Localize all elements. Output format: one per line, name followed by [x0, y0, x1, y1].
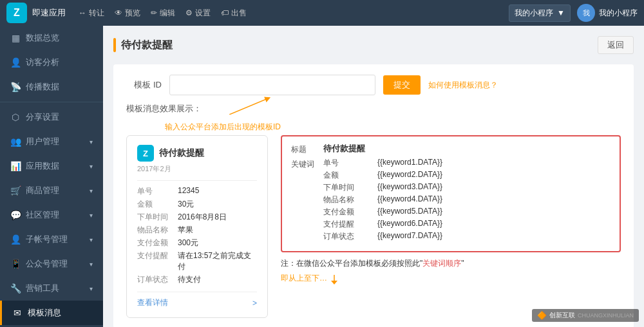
sidebar-item-label: 传播数据 — [26, 81, 59, 93]
template-note-area: 注：在微信公众平台添加模板必须按照此"关键词顺序" — [281, 257, 621, 269]
sidebar-item-community[interactable]: 💬 社区管理 ▾ — [0, 203, 103, 227]
card-val: 30元 — [178, 199, 194, 210]
action-preview[interactable]: 👁 预览 — [115, 8, 140, 19]
action-edit[interactable]: ✏ 编辑 — [151, 8, 175, 19]
template-panel: 标题 待付款提醒 关键词 单号 {{keyword1.DATA}} 金额 {{k… — [281, 135, 621, 285]
sidebar: ▦ 数据总览 👤 访客分析 📡 传播数据 ⬡ 分享设置 👥 用户管理 ▾ 📊 应… — [0, 26, 103, 327]
sidebar-item-label: 访客分析 — [26, 57, 59, 68]
marketing-icon: 🔧 — [10, 283, 21, 294]
phone-card-date: 2017年2月 — [137, 164, 257, 174]
help-link[interactable]: 如何使用模板消息？ — [428, 80, 498, 91]
form-row-template-id: 模板 ID 提交 如何使用模板消息？ — [126, 75, 621, 95]
preview-area: Z 待付款提醒 2017年2月 单号 12345 金额 30元 下单时间 — [126, 135, 621, 318]
miniprogram-dropdown[interactable]: 我的小程序 ▼ — [509, 5, 571, 22]
sidebar-item-public-acct[interactable]: 📱 公众号管理 ▾ — [0, 252, 103, 276]
annotation-template-id: 输入公众平台添加后出现的模板ID — [165, 122, 281, 131]
card-row-pay-amount: 支付金额 300元 — [137, 238, 257, 248]
kw-val-0: {{keyword1.DATA}} — [377, 158, 442, 169]
sidebar-item-broadcast[interactable]: 📡 传播数据 — [0, 75, 103, 99]
sidebar-item-label: 用户管理 — [26, 136, 59, 147]
card-key: 金额 — [137, 199, 173, 210]
action-transfer[interactable]: ↔ 转让 — [79, 8, 104, 19]
card-row-amount: 金额 30元 — [137, 199, 257, 210]
svg-marker-2 — [331, 281, 337, 285]
sidebar-item-label: 营销工具 — [26, 283, 59, 294]
card-row-order-status: 订单状态 待支付 — [137, 274, 257, 285]
template-box: 标题 待付款提醒 关键词 单号 {{keyword1.DATA}} 金额 {{k… — [281, 135, 621, 252]
card-val: 12345 — [178, 186, 199, 197]
sidebar-item-label: 公众号管理 — [26, 258, 68, 270]
action-settings[interactable]: ⚙ 设置 — [185, 8, 211, 19]
kw-val-4: {{keyword5.DATA}} — [377, 207, 442, 218]
public-acct-icon: 📱 — [10, 259, 21, 269]
top-nav-actions: ↔ 转让 👁 预览 ✏ 编辑 ⚙ 设置 🏷 出售 — [79, 8, 247, 19]
action-sell[interactable]: 🏷 出售 — [221, 8, 247, 19]
app-data-icon: 📊 — [10, 161, 21, 171]
kw-key-1: 金额 — [323, 170, 375, 181]
kw-key-5: 支付提醒 — [323, 219, 375, 230]
user-info: 我 我的小程序 — [577, 4, 638, 22]
watermark: 🔶 创新互联 CHUANGXINHULIAN — [532, 309, 639, 322]
kw-key-6: 订单状态 — [323, 231, 375, 242]
down-arrow-icon — [331, 272, 370, 285]
kw-key-0: 单号 — [323, 158, 375, 169]
template-title-label: 标题 — [291, 143, 317, 155]
sidebar-item-label: 商品管理 — [26, 185, 59, 196]
visitor-icon: 👤 — [10, 57, 21, 68]
sidebar-item-data-overview[interactable]: ▦ 数据总览 — [0, 26, 103, 50]
sidebar-item-user-mgmt[interactable]: 👥 用户管理 ▾ — [0, 129, 103, 154]
main-layout: ▦ 数据总览 👤 访客分析 📡 传播数据 ⬡ 分享设置 👥 用户管理 ▾ 📊 应… — [0, 26, 644, 327]
products-icon: 🛒 — [10, 185, 21, 196]
sidebar-item-app-data[interactable]: 📊 应用数据 ▾ — [0, 154, 103, 178]
kw-key-2: 下单时间 — [323, 182, 375, 193]
card-key: 支付金额 — [137, 238, 173, 248]
kw-val-3: {{keyword4.DATA}} — [377, 194, 442, 205]
watermark-icon: 🔶 — [537, 311, 547, 320]
chevron-down-icon: ▾ — [90, 138, 93, 145]
keywords-grid: 单号 {{keyword1.DATA}} 金额 {{keyword2.DATA}… — [323, 158, 442, 242]
sidebar-item-marketing[interactable]: 🔧 营销工具 ▾ — [0, 276, 103, 301]
chevron-down-icon: ▾ — [90, 285, 93, 292]
share-icon: ⬡ — [10, 112, 21, 122]
card-detail-link[interactable]: 查看详情 > — [137, 292, 257, 308]
back-button[interactable]: 返回 — [598, 36, 634, 54]
phone-card: Z 待付款提醒 2017年2月 单号 12345 金额 30元 下单时间 — [126, 135, 268, 318]
sidebar-item-template-msg[interactable]: ✉ 模板消息 — [0, 301, 103, 325]
phone-card-header: Z 待付款提醒 — [137, 145, 257, 162]
watermark-logo: 创新互联 — [549, 311, 575, 320]
form-label-template-id: 模板 ID — [126, 79, 162, 91]
broadcast-icon: 📡 — [10, 82, 21, 92]
annotation-keyword-order: 即从上至下… — [281, 272, 327, 284]
sidebar-item-products[interactable]: 🛒 商品管理 ▾ — [0, 178, 103, 203]
sidebar-item-visitor[interactable]: 👤 访客分析 — [0, 50, 103, 75]
template-msg-icon: ✉ — [12, 308, 23, 318]
arrow-annotation-svg — [229, 95, 281, 115]
card-key: 订单状态 — [137, 274, 173, 285]
app-logo: Z — [6, 3, 27, 23]
phone-card-logo: Z — [137, 145, 154, 162]
kw-val-2: {{keyword3.DATA}} — [377, 182, 442, 193]
kw-key-3: 物品名称 — [323, 194, 375, 205]
sidebar-item-label: 应用数据 — [26, 160, 59, 172]
chevron-down-icon: ▾ — [90, 236, 93, 243]
chevron-down-icon: ▾ — [90, 163, 93, 170]
sidebar-item-subaccount[interactable]: 👤 子帐号管理 ▾ — [0, 227, 103, 252]
chevron-down-icon: ▾ — [90, 212, 93, 219]
phone-card-title: 待付款提醒 — [159, 147, 204, 159]
data-overview-icon: ▦ — [10, 33, 21, 43]
card-val: 苹果 — [178, 225, 193, 236]
card-val: 待支付 — [178, 274, 201, 285]
user-mgmt-icon: 👥 — [10, 136, 21, 147]
preview-label: 模板消息效果展示： — [126, 103, 621, 115]
submit-button[interactable]: 提交 — [383, 75, 421, 95]
watermark-domain: CHUANGXINHULIAN — [578, 312, 634, 319]
sidebar-item-label: 模板消息 — [28, 307, 61, 319]
card-row-pay-remind: 支付提醒 请在13:57之前完成支付 — [137, 250, 257, 272]
card-val: 2016年8月8日 — [178, 212, 227, 223]
card-val: 请在13:57之前完成支付 — [178, 250, 257, 272]
card-val: 300元 — [178, 238, 198, 248]
card-key: 下单时间 — [137, 212, 173, 223]
svg-line-0 — [229, 98, 268, 115]
sidebar-item-share[interactable]: ⬡ 分享设置 — [0, 105, 103, 129]
template-id-input[interactable] — [169, 75, 375, 95]
